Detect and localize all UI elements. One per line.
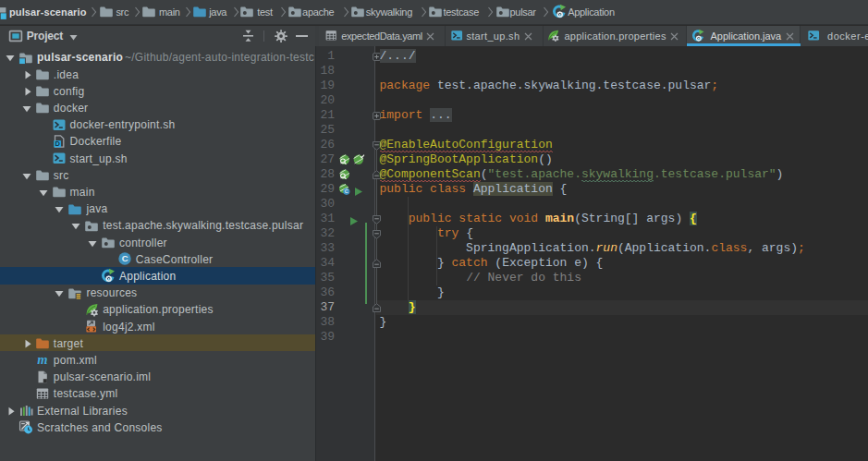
svg-text:m: m — [37, 352, 47, 367]
svg-text:C: C — [345, 188, 348, 194]
svg-text:C: C — [122, 254, 128, 264]
svg-text:D: D — [55, 140, 60, 148]
